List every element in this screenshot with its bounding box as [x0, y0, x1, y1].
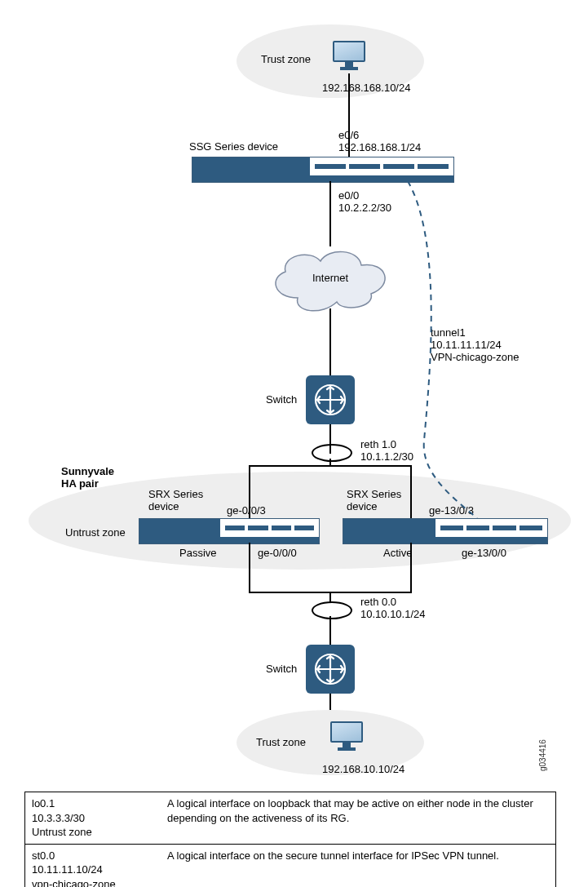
table-row1-left: lo0.1 10.3.3.3/30 Untrust zone: [25, 792, 161, 844]
bot-trust-zone-label: Trust zone: [256, 736, 306, 748]
passive-label: Passive: [179, 547, 217, 559]
interface-table: lo0.1 10.3.3.3/30 Untrust zone A logical…: [24, 792, 556, 887]
table-row: lo0.1 10.3.3.3/30 Untrust zone A logical…: [25, 792, 555, 844]
active-down: [410, 543, 412, 593]
table-row1-desc: A logical interface on loopback that may…: [161, 792, 555, 844]
ssg-if-top-ip: 192.168.168.1/24: [338, 141, 421, 153]
tunnel-zone: VPN-chicago-zone: [431, 351, 519, 363]
reth1-loop: [312, 444, 352, 462]
diagram-canvas: Trust zone 192.168.168.10/24 SSG Series …: [0, 0, 588, 887]
srx-active-device: [343, 518, 548, 544]
bot-host-ip: 192.168.10.10/24: [322, 763, 405, 775]
active-label: Active: [383, 547, 412, 559]
untrust-zone-label: Untrust zone: [65, 526, 126, 539]
active-bot-port: ge-13/0/0: [462, 547, 506, 559]
reth0-loop: [312, 601, 352, 619]
table-row2-desc: A logical interface on the secure tunnel…: [161, 845, 555, 887]
ssg-device: [192, 157, 454, 183]
if-ip: 10.3.3.3/30: [32, 812, 85, 824]
link-ssg-cloud: [329, 181, 331, 246]
tunnel-ip: 10.11.11.11/24: [431, 339, 502, 351]
passive-top-port: ge-0/0/3: [227, 504, 266, 517]
switch-top-icon: [306, 375, 355, 424]
ssg-if-bot-name: e0/0: [338, 189, 359, 202]
reth1-split: [249, 465, 412, 467]
srx-passive-device: [139, 518, 320, 544]
passive-bot-port: ge-0/0/0: [258, 547, 297, 559]
ssg-if-top-name: e0/6: [338, 129, 359, 141]
srx-right-label-2: device: [347, 500, 378, 512]
reth0-name: reth 0.0: [360, 596, 396, 608]
reth0-ip: 10.10.10.1/24: [360, 608, 426, 620]
if-ip: 10.11.11.10/24: [32, 863, 103, 876]
table-row: st0.0 10.11.11.10/24 vpn-chicago-zone A …: [25, 844, 555, 887]
ha-title-2: HA pair: [61, 477, 99, 490]
bot-host-icon: [330, 721, 363, 752]
table-row2-left: st0.0 10.11.11.10/24 vpn-chicago-zone: [25, 845, 161, 887]
ha-title-1: Sunnyvale: [61, 465, 114, 477]
top-host-ip: 192.168.168.10/24: [322, 82, 410, 94]
passive-down: [249, 543, 250, 593]
if-zone: Untrust zone: [32, 826, 92, 838]
if-name: st0.0: [32, 849, 55, 862]
if-zone: vpn-chicago-zone: [32, 878, 116, 887]
top-trust-zone-label: Trust zone: [261, 53, 311, 65]
ssg-if-bot-ip: 10.2.2.2/30: [338, 202, 391, 214]
internet-cloud: Internet: [265, 241, 396, 314]
top-host-icon: [333, 41, 365, 72]
if-name: lo0.1: [32, 797, 55, 809]
switch-bot-icon: [306, 645, 355, 694]
link-reth0-switch: [329, 616, 331, 645]
image-id: g034416: [538, 739, 547, 771]
active-top-port: ge-13/0/3: [429, 504, 474, 517]
internet-label: Internet: [265, 272, 396, 284]
reth1-ip: 10.1.1.2/30: [360, 450, 413, 463]
tunnel-name: tunnel1: [431, 326, 466, 339]
reth1-to-active: [410, 465, 412, 519]
ssg-label: SSG Series device: [189, 140, 278, 153]
srx-left-label-1: SRX Series: [148, 488, 203, 500]
reth1-name: reth 1.0: [360, 438, 396, 450]
srx-left-label-2: device: [148, 500, 179, 512]
switch-bot-label: Switch: [266, 663, 297, 675]
srx-right-label-1: SRX Series: [347, 488, 401, 500]
switch-top-label: Switch: [266, 393, 297, 406]
link-cloud-switch: [329, 308, 331, 375]
